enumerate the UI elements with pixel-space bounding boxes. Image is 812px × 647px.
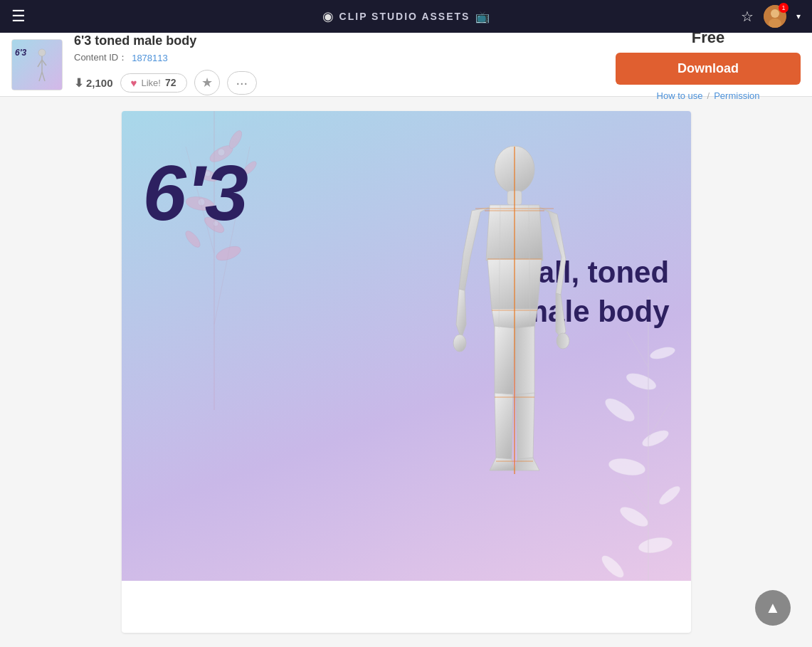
asset-stats: ⬇ 2,100 ♥ Like! 72 ★ ··· <box>74 70 604 95</box>
nav-center: ◉ CLIP STUDIO ASSETS 📺 <box>322 9 490 24</box>
content-id-value[interactable]: 1878113 <box>132 53 168 63</box>
like-label: Like! <box>141 78 160 88</box>
notification-badge: 1 <box>779 3 789 13</box>
asset-preview: 6'3 <box>122 111 691 581</box>
svg-point-40 <box>648 345 675 362</box>
logo-icon: ◉ <box>322 9 334 24</box>
nav-star-icon[interactable]: ☆ <box>741 8 754 25</box>
asset-header: 6'3 6'3 toned male body Content ID： 1878… <box>0 33 812 97</box>
how-to-use-link[interactable]: How to use <box>657 90 703 101</box>
svg-point-44 <box>656 483 682 507</box>
asset-title: 6'3 toned male body <box>74 33 604 48</box>
menu-icon[interactable]: ☰ <box>11 7 26 26</box>
content-id-row: Content ID： 1878113 <box>74 51 604 64</box>
star-icon: ★ <box>201 75 213 90</box>
svg-point-1 <box>771 9 779 18</box>
permission-row: How to use / Permission <box>657 90 760 101</box>
svg-point-13 <box>226 129 243 150</box>
user-avatar-container[interactable]: 1 <box>764 5 786 28</box>
big-number-text: 6'3 <box>143 154 249 232</box>
content-id-label: Content ID： <box>74 51 127 64</box>
header-right: Free Download How to use / Permission <box>616 28 801 101</box>
nav-right: ☆ 1 ▾ <box>741 5 801 28</box>
permission-link[interactable]: Permission <box>714 90 759 101</box>
body-figure <box>379 140 650 581</box>
download-count: ⬇ 2,100 <box>74 76 113 90</box>
chevron-down-icon[interactable]: ▾ <box>796 11 801 21</box>
asset-image-container: 6'3 <box>122 111 691 633</box>
svg-point-28 <box>453 335 466 352</box>
more-options-button[interactable]: ··· <box>227 71 258 95</box>
svg-point-29 <box>557 333 569 349</box>
svg-point-5 <box>38 49 46 56</box>
back-to-top-button[interactable]: ▲ <box>755 590 791 626</box>
top-navigation: ☰ ◉ CLIP STUDIO ASSETS 📺 ☆ 1 ▾ <box>0 0 812 33</box>
more-icon: ··· <box>236 75 248 91</box>
separator: / <box>707 90 710 101</box>
asset-info: 6'3 toned male body Content ID： 1878113 … <box>74 33 604 95</box>
download-button[interactable]: Download <box>616 53 801 85</box>
like-count: 72 <box>165 77 176 88</box>
site-title: CLIP STUDIO ASSETS <box>339 11 470 22</box>
svg-text:6'3: 6'3 <box>15 48 27 58</box>
chevron-up-icon: ▲ <box>765 599 781 617</box>
heart-icon: ♥ <box>131 77 137 89</box>
main-content: 6'3 <box>0 97 812 647</box>
favorite-button[interactable]: ★ <box>194 70 220 95</box>
tv-icon: 📺 <box>475 10 490 23</box>
download-count-value: 2,100 <box>86 77 113 89</box>
download-count-icon: ⬇ <box>74 76 83 90</box>
like-button[interactable]: ♥ Like! 72 <box>120 73 187 93</box>
asset-thumbnail: 6'3 <box>11 39 63 90</box>
